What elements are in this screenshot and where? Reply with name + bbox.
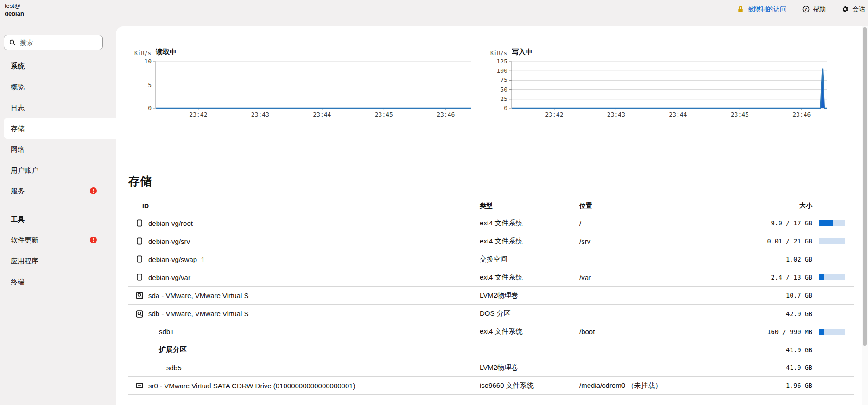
device-id: debian-vg/root xyxy=(148,219,193,227)
sidebar-item-label: 软件更新 xyxy=(11,236,38,244)
optical-drive-icon xyxy=(136,382,143,389)
sidebar-item-label: 应用程序 xyxy=(11,257,38,265)
sidebar-item[interactable]: 应用程序 xyxy=(0,250,116,271)
svg-text:23:45: 23:45 xyxy=(731,111,749,118)
mount-point: /var xyxy=(579,274,746,281)
hostname: debian xyxy=(5,10,24,18)
sidebar-nav: 系统概览日志存储网络用户账户服务!工具软件更新!应用程序终端 xyxy=(0,56,116,292)
main-content: KiB/s读取中105023:4223:4323:4423:4523:46 Ki… xyxy=(116,26,868,405)
gear-icon xyxy=(842,6,849,13)
volume-icon xyxy=(136,219,143,227)
device-size: 10.7 GB xyxy=(746,292,812,299)
device-type: ext4 文件系统 xyxy=(480,273,579,282)
sidebar-item-label: 服务 xyxy=(11,187,25,195)
chart-plot: 125100755025023:4223:4323:4423:4523:46 xyxy=(472,56,827,122)
sidebar-search[interactable] xyxy=(4,35,103,50)
device-type: ext4 文件系统 xyxy=(480,237,579,246)
sidebar-item-label: 用户账户 xyxy=(11,166,38,174)
table-row[interactable]: debian-vg/swap_1交换空间1.02 GB xyxy=(128,250,854,268)
device-id: sda - VMware, VMware Virtual S xyxy=(148,292,248,299)
volume-icon xyxy=(136,274,143,281)
session-menu-button[interactable]: 会话 xyxy=(842,5,865,13)
sidebar-item-label: 日志 xyxy=(11,104,25,112)
logged-in-host: test@ debian xyxy=(5,2,24,18)
section-divider xyxy=(116,159,868,159)
svg-text:25: 25 xyxy=(500,95,507,102)
mount-point: /boot xyxy=(579,328,746,336)
table-row[interactable]: 扩展分区41.9 GB xyxy=(128,341,854,359)
table-row[interactable]: debian-vg/rootext4 文件系统/9.0 / 17 GB xyxy=(128,214,854,232)
sidebar-item-label: 存储 xyxy=(11,125,25,132)
sidebar-item-label: 网络 xyxy=(11,145,25,153)
lock-icon xyxy=(737,6,744,13)
table-header: ID 类型 位置 大小 xyxy=(128,198,854,214)
sidebar-item[interactable]: 服务! xyxy=(0,181,116,201)
sidebar-item[interactable]: 日志 xyxy=(0,97,116,118)
nav-section-title: 系统 xyxy=(0,56,116,76)
help-menu-button[interactable]: ? 帮助 xyxy=(802,5,826,13)
table-row[interactable]: debian-vg/srvext4 文件系统/srv0.01 / 21 GB xyxy=(128,232,854,250)
scrollbar-thumb[interactable] xyxy=(863,27,867,346)
table-row[interactable]: sda - VMware, VMware Virtual SLVM2物理卷10.… xyxy=(128,287,854,305)
chart-plot: 105023:4223:4323:4423:4523:46 xyxy=(116,56,471,122)
help-icon: ? xyxy=(802,6,810,13)
svg-text:75: 75 xyxy=(500,76,507,83)
help-label: 帮助 xyxy=(813,5,826,13)
mount-point: /srv xyxy=(579,237,746,245)
svg-text:23:43: 23:43 xyxy=(607,111,625,118)
column-header-type: 类型 xyxy=(480,202,579,210)
device-id: sr0 - VMware Virtual SATA CDRW Drive (01… xyxy=(148,382,355,390)
device-type: DOS 分区 xyxy=(480,309,579,318)
device-type: 交换空间 xyxy=(480,255,579,264)
device-id: debian-vg/var xyxy=(148,274,190,281)
sidebar-item[interactable]: 用户账户 xyxy=(0,160,116,181)
table-row[interactable]: sdb - VMware, VMware Virtual SDOS 分区42.9… xyxy=(128,305,854,323)
usage-bar xyxy=(819,238,845,244)
alert-badge: ! xyxy=(90,187,97,194)
storage-table: ID 类型 位置 大小 debian-vg/rootext4 文件系统/9.0 … xyxy=(128,198,854,395)
device-size: 42.9 GB xyxy=(746,310,812,318)
svg-text:23:42: 23:42 xyxy=(545,111,563,118)
device-type: ext4 文件系统 xyxy=(480,327,579,336)
mount-point: /media/cdrom0 （未挂载） xyxy=(579,381,746,390)
device-size: 1.96 GB xyxy=(746,382,812,389)
read-rate-chart: KiB/s读取中105023:4223:4323:4423:4523:46 xyxy=(116,47,471,122)
svg-text:23:46: 23:46 xyxy=(792,111,811,118)
device-size: 160 / 990 MB xyxy=(746,328,812,336)
sidebar-item-label: 终端 xyxy=(11,278,25,286)
sidebar-item[interactable]: 终端 xyxy=(0,271,116,292)
table-row[interactable]: sdb5LVM2物理卷41.9 GB xyxy=(128,359,854,377)
svg-text:5: 5 xyxy=(148,81,152,88)
usage-bar-fill xyxy=(819,329,824,335)
sidebar-item[interactable]: 软件更新! xyxy=(0,230,116,250)
device-size: 41.9 GB xyxy=(746,364,812,371)
chart-title: 读取中 xyxy=(156,48,177,56)
usage-bar xyxy=(819,220,845,226)
chart-unit-label: KiB/s xyxy=(116,50,151,56)
table-row[interactable]: sr0 - VMware Virtual SATA CDRW Drive (01… xyxy=(128,377,854,395)
device-size: 0.01 / 21 GB xyxy=(746,237,812,245)
svg-text:23:44: 23:44 xyxy=(669,111,687,118)
table-row[interactable]: sdb1ext4 文件系统/boot160 / 990 MB xyxy=(128,323,854,341)
device-type: ext4 文件系统 xyxy=(480,219,579,228)
device-size: 9.0 / 17 GB xyxy=(746,219,812,227)
device-type: LVM2物理卷 xyxy=(480,363,579,372)
search-input[interactable] xyxy=(20,39,89,46)
column-header-id: ID xyxy=(128,202,480,210)
sidebar-item[interactable]: 网络 xyxy=(0,139,116,160)
svg-text:23:42: 23:42 xyxy=(189,111,207,118)
search-icon xyxy=(9,39,16,46)
column-header-size: 大小 xyxy=(746,202,812,210)
device-id: debian-vg/srv xyxy=(148,237,190,245)
svg-text:100: 100 xyxy=(497,67,507,74)
chart-unit-label: KiB/s xyxy=(472,50,507,56)
sidebar-item-label: 概览 xyxy=(11,83,25,91)
table-row[interactable]: debian-vg/varext4 文件系统/var2.4 / 13 GB xyxy=(128,268,854,287)
sidebar-item[interactable]: 概览 xyxy=(0,76,116,97)
restricted-access-button[interactable]: 被限制的访问 xyxy=(737,5,786,13)
sidebar: 系统概览日志存储网络用户账户服务!工具软件更新!应用程序终端 xyxy=(0,26,116,405)
svg-text:10: 10 xyxy=(144,58,152,65)
sidebar-item[interactable]: 存储 xyxy=(4,118,116,139)
scrollbar[interactable] xyxy=(862,26,868,405)
svg-text:23:46: 23:46 xyxy=(437,111,455,118)
